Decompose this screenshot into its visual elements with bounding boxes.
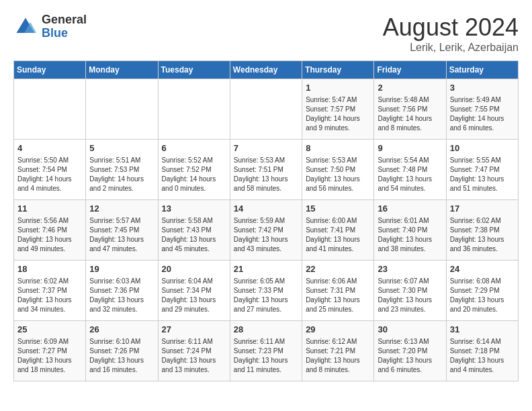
weekday-header-friday: Friday — [374, 61, 446, 79]
day-number: 31 — [450, 324, 515, 336]
weekday-header-row: SundayMondayTuesdayWednesdayThursdayFrid… — [14, 61, 519, 79]
calendar-cell: 27Sunrise: 6:11 AM Sunset: 7:24 PM Dayli… — [158, 321, 230, 381]
calendar-cell: 24Sunrise: 6:08 AM Sunset: 7:29 PM Dayli… — [446, 261, 518, 321]
calendar-cell: 10Sunrise: 5:55 AM Sunset: 7:47 PM Dayli… — [446, 140, 518, 200]
day-number: 25 — [17, 324, 82, 336]
day-number: 21 — [234, 263, 298, 275]
day-number: 29 — [306, 324, 370, 336]
calendar-cell: 28Sunrise: 6:11 AM Sunset: 7:23 PM Dayli… — [230, 321, 302, 381]
day-number: 11 — [17, 203, 82, 215]
calendar-body: 1Sunrise: 5:47 AM Sunset: 7:57 PM Daylig… — [14, 79, 519, 381]
day-info: Sunrise: 5:47 AM Sunset: 7:57 PM Dayligh… — [306, 95, 370, 133]
calendar-cell: 16Sunrise: 6:01 AM Sunset: 7:40 PM Dayli… — [374, 200, 446, 261]
day-info: Sunrise: 6:12 AM Sunset: 7:21 PM Dayligh… — [306, 337, 370, 375]
day-number: 14 — [234, 203, 298, 215]
day-number: 12 — [89, 203, 154, 215]
calendar-cell: 23Sunrise: 6:07 AM Sunset: 7:30 PM Dayli… — [374, 261, 446, 321]
day-number: 28 — [234, 324, 298, 336]
day-number: 9 — [378, 142, 442, 154]
calendar-cell — [158, 79, 230, 140]
logo-icon — [13, 15, 38, 39]
day-number: 15 — [306, 203, 370, 215]
calendar-cell: 21Sunrise: 6:05 AM Sunset: 7:33 PM Dayli… — [230, 261, 302, 321]
day-info: Sunrise: 6:05 AM Sunset: 7:33 PM Dayligh… — [234, 277, 298, 314]
day-info: Sunrise: 6:03 AM Sunset: 7:36 PM Dayligh… — [89, 277, 154, 314]
day-info: Sunrise: 6:08 AM Sunset: 7:29 PM Dayligh… — [450, 277, 515, 314]
title-block: August 2024 Lerik, Lerik, Azerbaijan — [383, 13, 519, 54]
day-info: Sunrise: 5:50 AM Sunset: 7:54 PM Dayligh… — [17, 156, 82, 193]
calendar-cell: 14Sunrise: 5:59 AM Sunset: 7:42 PM Dayli… — [230, 200, 302, 261]
calendar-cell: 9Sunrise: 5:54 AM Sunset: 7:48 PM Daylig… — [374, 140, 446, 200]
day-number: 30 — [378, 324, 442, 336]
day-number: 17 — [450, 203, 515, 215]
location-text: Lerik, Lerik, Azerbaijan — [383, 42, 519, 54]
calendar-cell: 29Sunrise: 6:12 AM Sunset: 7:21 PM Dayli… — [302, 321, 374, 381]
day-number: 20 — [162, 263, 226, 275]
day-info: Sunrise: 5:53 AM Sunset: 7:50 PM Dayligh… — [306, 156, 370, 193]
weekday-header-sunday: Sunday — [14, 61, 86, 79]
calendar-week-row: 4Sunrise: 5:50 AM Sunset: 7:54 PM Daylig… — [14, 140, 519, 200]
day-number: 13 — [162, 203, 226, 215]
day-info: Sunrise: 6:11 AM Sunset: 7:23 PM Dayligh… — [234, 337, 298, 375]
month-title: August 2024 — [383, 13, 519, 42]
calendar-cell: 19Sunrise: 6:03 AM Sunset: 7:36 PM Dayli… — [86, 261, 158, 321]
day-info: Sunrise: 6:13 AM Sunset: 7:20 PM Dayligh… — [378, 337, 442, 375]
calendar-cell: 8Sunrise: 5:53 AM Sunset: 7:50 PM Daylig… — [302, 140, 374, 200]
day-info: Sunrise: 6:01 AM Sunset: 7:40 PM Dayligh… — [378, 216, 442, 254]
day-info: Sunrise: 6:07 AM Sunset: 7:30 PM Dayligh… — [378, 277, 442, 314]
calendar-cell: 6Sunrise: 5:52 AM Sunset: 7:52 PM Daylig… — [158, 140, 230, 200]
weekday-header-saturday: Saturday — [446, 61, 518, 79]
day-info: Sunrise: 5:57 AM Sunset: 7:45 PM Dayligh… — [89, 216, 154, 254]
day-info: Sunrise: 6:02 AM Sunset: 7:37 PM Dayligh… — [17, 277, 82, 314]
calendar-cell — [14, 79, 86, 140]
day-info: Sunrise: 6:14 AM Sunset: 7:18 PM Dayligh… — [450, 337, 515, 375]
calendar-cell: 3Sunrise: 5:49 AM Sunset: 7:55 PM Daylig… — [446, 79, 518, 140]
calendar-cell: 17Sunrise: 6:02 AM Sunset: 7:38 PM Dayli… — [446, 200, 518, 261]
logo-general-text: General — [42, 13, 87, 27]
day-number: 19 — [89, 263, 154, 275]
day-info: Sunrise: 5:51 AM Sunset: 7:53 PM Dayligh… — [89, 156, 154, 193]
weekday-header-tuesday: Tuesday — [158, 61, 230, 79]
calendar-cell: 31Sunrise: 6:14 AM Sunset: 7:18 PM Dayli… — [446, 321, 518, 381]
logo-blue-text: Blue — [42, 27, 87, 40]
calendar-week-row: 1Sunrise: 5:47 AM Sunset: 7:57 PM Daylig… — [14, 79, 519, 140]
weekday-header-thursday: Thursday — [302, 61, 374, 79]
day-info: Sunrise: 6:04 AM Sunset: 7:34 PM Dayligh… — [162, 277, 226, 314]
calendar-cell: 7Sunrise: 5:53 AM Sunset: 7:51 PM Daylig… — [230, 140, 302, 200]
day-number: 1 — [306, 82, 370, 94]
day-number: 26 — [89, 324, 154, 336]
day-number: 5 — [89, 142, 154, 154]
day-number: 23 — [378, 263, 442, 275]
calendar-week-row: 18Sunrise: 6:02 AM Sunset: 7:37 PM Dayli… — [14, 261, 519, 321]
day-number: 22 — [306, 263, 370, 275]
calendar-cell: 22Sunrise: 6:06 AM Sunset: 7:31 PM Dayli… — [302, 261, 374, 321]
calendar-cell: 12Sunrise: 5:57 AM Sunset: 7:45 PM Dayli… — [86, 200, 158, 261]
calendar-week-row: 25Sunrise: 6:09 AM Sunset: 7:27 PM Dayli… — [14, 321, 519, 381]
day-info: Sunrise: 6:09 AM Sunset: 7:27 PM Dayligh… — [17, 337, 82, 375]
calendar-cell: 13Sunrise: 5:58 AM Sunset: 7:43 PM Dayli… — [158, 200, 230, 261]
day-info: Sunrise: 6:02 AM Sunset: 7:38 PM Dayligh… — [450, 216, 515, 254]
page-header: General Blue August 2024 Lerik, Lerik, A… — [13, 13, 519, 54]
calendar-cell: 15Sunrise: 6:00 AM Sunset: 7:41 PM Dayli… — [302, 200, 374, 261]
day-info: Sunrise: 5:55 AM Sunset: 7:47 PM Dayligh… — [450, 156, 515, 193]
calendar-cell — [230, 79, 302, 140]
calendar-cell: 18Sunrise: 6:02 AM Sunset: 7:37 PM Dayli… — [14, 261, 86, 321]
day-info: Sunrise: 6:00 AM Sunset: 7:41 PM Dayligh… — [306, 216, 370, 254]
calendar-cell: 11Sunrise: 5:56 AM Sunset: 7:46 PM Dayli… — [14, 200, 86, 261]
day-number: 3 — [450, 82, 515, 94]
day-info: Sunrise: 5:53 AM Sunset: 7:51 PM Dayligh… — [234, 156, 298, 193]
day-info: Sunrise: 5:58 AM Sunset: 7:43 PM Dayligh… — [162, 216, 226, 254]
calendar-cell: 30Sunrise: 6:13 AM Sunset: 7:20 PM Dayli… — [374, 321, 446, 381]
calendar-cell: 26Sunrise: 6:10 AM Sunset: 7:26 PM Dayli… — [86, 321, 158, 381]
day-number: 2 — [378, 82, 442, 94]
day-number: 7 — [234, 142, 298, 154]
day-number: 18 — [17, 263, 82, 275]
day-number: 10 — [450, 142, 515, 154]
day-info: Sunrise: 6:10 AM Sunset: 7:26 PM Dayligh… — [89, 337, 154, 375]
calendar-table: SundayMondayTuesdayWednesdayThursdayFrid… — [13, 60, 519, 381]
day-info: Sunrise: 5:49 AM Sunset: 7:55 PM Dayligh… — [450, 95, 515, 133]
day-number: 8 — [306, 142, 370, 154]
calendar-cell: 5Sunrise: 5:51 AM Sunset: 7:53 PM Daylig… — [86, 140, 158, 200]
day-number: 27 — [162, 324, 226, 336]
day-info: Sunrise: 6:11 AM Sunset: 7:24 PM Dayligh… — [162, 337, 226, 375]
